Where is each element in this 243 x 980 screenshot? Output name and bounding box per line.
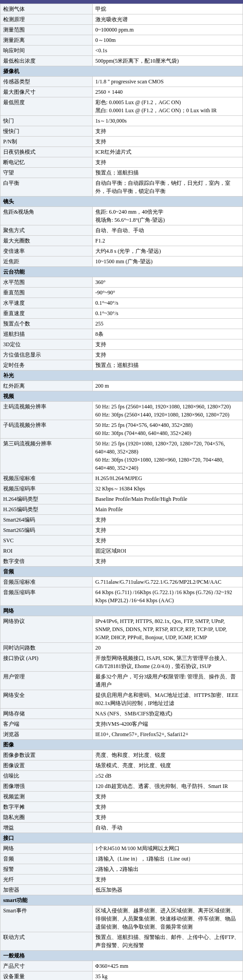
row-value: 64 Kbps (G.711) /16Kbps (G.722.1) /16 Kb…: [92, 587, 243, 606]
table-row: 检测原理激光吸收光谱: [0, 14, 243, 25]
spec-table: 检测气体甲烷检测原理激光吸收光谱测量范围0~100000 ppm.m测量距离0～…: [0, 4, 243, 980]
table-row: 视频监测支持: [0, 792, 243, 802]
page-title: [0, 0, 243, 4]
row-value: 1/1.8 " progressive scan CMOS: [92, 77, 243, 87]
row-label: 音频压缩码率: [0, 587, 93, 606]
row-value: 激光吸收光谱: [92, 14, 243, 25]
table-row: 3D定位支持: [0, 339, 243, 350]
row-value: 2560 × 1440: [92, 87, 243, 97]
row-value: 0~100000 ppm.m: [92, 25, 243, 35]
table-row: 音频压缩标准G.711alaw/G.711ulaw/G.722.1/G.726/…: [0, 577, 243, 587]
row-value: 1s～1/30,000s: [92, 116, 243, 126]
row-value: 预置点、巡航扫描、报警输出、邮件、上传中心、上传FTP、声音报警、闪光报警: [92, 932, 243, 951]
table-row: Smart265编码支持: [0, 525, 243, 536]
table-row: 同时访问路数20: [0, 643, 243, 653]
row-value: F1.2: [92, 236, 243, 246]
row-label: 隐私光圈: [0, 812, 93, 823]
row-value: -90°~90°: [92, 288, 243, 298]
row-label: 主码流视频分辨率: [0, 402, 93, 420]
table-row: 浏览器IE10+, Chrome57+, Firefox52+, Safari1…: [0, 729, 243, 740]
table-row: 水平速度0.1°~40°/s: [0, 298, 243, 308]
table-row: 响应时间<0.1s: [0, 46, 243, 56]
table-row: Smart事件区域入侵侦测、越界侦测、进入区域侦测、离开区域侦测、徘徊侦测、人员…: [0, 906, 243, 932]
row-label: 最大图像尺寸: [0, 87, 93, 97]
row-label: 接口协议 (API): [0, 653, 93, 672]
row-label: 视频压缩码率: [0, 484, 93, 494]
row-label: 设备重量: [0, 971, 93, 980]
table-row: 最低照度彩色: 0.0005 Lux @ (F1.2，AGC ON) 黑白: 0…: [0, 97, 243, 116]
row-value: 0～100m: [92, 35, 243, 46]
row-label: 加密器: [0, 885, 93, 895]
table-row: 网络1个RJ4510 M/100 M局域网以太网口: [0, 843, 243, 854]
row-label: 网络存储: [0, 709, 93, 719]
table-row: 焦距&视场角焦距: 6.0~240 mm，40倍光学 视场角: 56.6°~1.…: [0, 207, 243, 225]
table-row: P/N制支持: [0, 137, 243, 147]
row-value: 1个RJ4510 M/100 M局域网以太网口: [92, 843, 243, 854]
table-row: 巡航扫描8条: [0, 329, 243, 339]
table-row: ROI固定区域ROI: [0, 546, 243, 556]
row-value: 支持: [92, 812, 243, 823]
table-row: 垂直速度0.1°~30°/s: [0, 308, 243, 319]
row-value: 提供启用用户名和密码、MAC地址过滤、HTTPS加密、IEEE 802.1x网络…: [92, 690, 243, 709]
section-header: 一般规格: [0, 951, 243, 961]
table-row: 子码流视频分辨率50 Hz: 25 fps (704×576, 640×480,…: [0, 420, 243, 439]
row-value: 区域入侵侦测、越界侦测、进入区域侦测、离开区域侦测、徘徊侦测、人员聚集侦测、快速…: [92, 906, 243, 932]
row-label: 3D定位: [0, 339, 93, 350]
row-value: 支持: [92, 137, 243, 147]
row-value: Baseline Profile/Main Profile/High Profi…: [92, 494, 243, 504]
row-label: 联动方式: [0, 932, 93, 951]
row-value: ICR红外滤片式: [92, 147, 243, 157]
row-value: 支持: [92, 339, 243, 350]
table-row: 聚焦方式自动、半自动、手动: [0, 225, 243, 236]
table-row: 水平范围360°: [0, 277, 243, 288]
row-value: 20: [92, 643, 243, 653]
section-header: 音频: [0, 567, 243, 577]
row-value: 50 Hz: 25 fps (2560×1440, 1920×1080, 128…: [92, 402, 243, 420]
row-label: 子码流视频分辨率: [0, 420, 93, 439]
table-row: 视频压缩码率32 Kbps～16384 Kbps: [0, 484, 243, 494]
table-row: 视频压缩标准H.265/H.264/MJPEG: [0, 473, 243, 484]
row-value: ≥52 dB: [92, 771, 243, 781]
section-header: 视频: [0, 391, 243, 402]
row-value: Φ360×425 mm: [92, 961, 243, 971]
table-row: 接口协议 (API)开放型网络视频接口, ISAPI, SDK, 第三方管理平台…: [0, 653, 243, 672]
row-label: 最低检出浓度: [0, 56, 93, 66]
table-row: 测量范围0~100000 ppm.m: [0, 25, 243, 35]
row-value: IE10+, Chrome57+, Firefox52+, Safari12+: [92, 729, 243, 740]
row-label: 垂直范围: [0, 288, 93, 298]
table-row: 报警2路输入，2路输出: [0, 864, 243, 875]
row-label: 网络安全: [0, 690, 93, 709]
row-label: 浏览器: [0, 729, 93, 740]
table-row: H.265编码类型Main Profile: [0, 504, 243, 515]
row-label: 日夜切换模式: [0, 147, 93, 157]
row-label: 报警: [0, 864, 93, 875]
row-value: 支持: [92, 536, 243, 546]
row-label: 方位值信息显示: [0, 350, 93, 360]
row-value: IPv4/IPv6, HTTP, HTTPS, 802.1x, Qos, FTP…: [92, 616, 243, 643]
row-value: 自动、半自动、手动: [92, 225, 243, 236]
table-row: 测量距离0～100m: [0, 35, 243, 46]
table-row: 白平衡自动白平衡；自动跟踪白平衡，钠灯，日光灯，室内，室外，手动白平衡，锁定白平…: [0, 178, 243, 197]
table-row: 光纤支持: [0, 875, 243, 885]
row-value: 0.1°~40°/s: [92, 298, 243, 308]
row-label: 音频压缩标准: [0, 577, 93, 587]
table-row: H.264编码类型Baseline Profile/Main Profile/H…: [0, 494, 243, 504]
row-value: 支持: [92, 792, 243, 802]
row-label: 检测原理: [0, 14, 93, 25]
row-value: 固定区域ROI: [92, 546, 243, 556]
row-label: 红外距离: [0, 381, 93, 391]
row-value: 200 m: [92, 381, 243, 391]
table-row: 红外距离200 m: [0, 381, 243, 391]
row-value: 支持: [92, 126, 243, 137]
row-label: 数字变倍: [0, 556, 93, 567]
table-row: 变倍速率大约4.8 s (光学，广角-望远): [0, 246, 243, 256]
row-value: 8条: [92, 329, 243, 339]
row-label: 图像参数设置: [0, 750, 93, 760]
row-label: 传感器类型: [0, 77, 93, 87]
row-value: 2路输入，2路输出: [92, 864, 243, 875]
table-row: 守望预置点；巡航扫描: [0, 168, 243, 178]
row-label: 变倍速率: [0, 246, 93, 256]
row-value: 支持: [92, 525, 243, 536]
row-label: 最低照度: [0, 97, 93, 116]
table-row: 图像设置场景模式、亮度、对比度、锐度: [0, 760, 243, 771]
